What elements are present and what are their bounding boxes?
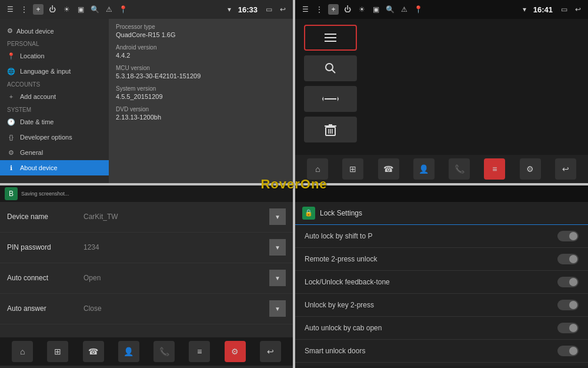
- more-icon-q2[interactable]: ⋮: [314, 4, 325, 15]
- menu-icon-q2[interactable]: ☰: [300, 4, 310, 15]
- menu-icon[interactable]: ☰: [5, 4, 15, 15]
- lock-status-bar: [295, 185, 588, 202]
- plus-icon[interactable]: +: [33, 4, 44, 15]
- grid-bottom-btn[interactable]: ⊞: [342, 158, 363, 180]
- svg-rect-1: [325, 37, 336, 38]
- general-label: General: [20, 149, 43, 156]
- developer-label: Developer options: [20, 134, 72, 141]
- pin-dropdown[interactable]: ▼: [269, 239, 286, 256]
- location-sidebar-icon: 📍: [7, 52, 15, 60]
- svg-point-3: [326, 64, 333, 71]
- cabopen-label: Auto unlock by cab open: [305, 324, 382, 332]
- power-icon-q2[interactable]: ⏻: [342, 4, 353, 15]
- call-bottom-btn[interactable]: 📞: [449, 158, 470, 180]
- key2press-toggle[interactable]: [557, 300, 579, 310]
- bt-row-pin: PIN password 1234 ▼: [0, 233, 293, 263]
- svg-line-4: [332, 70, 336, 74]
- location-label: Location: [20, 52, 45, 59]
- notes-btn-q3[interactable]: ≡: [189, 341, 210, 362]
- topbar-q1: ☰ ⋮ + ⏻ ☀ ▣ 🔍 ⚠ 📍 ▾ 16:33 ▭ ↩: [0, 0, 293, 19]
- plus-icon-q2[interactable]: +: [328, 4, 339, 15]
- svg-rect-0: [325, 34, 336, 35]
- menu-content: ⌂ ⊞ ☎ 👤 📞 ≡ ⚙ ↩: [295, 19, 588, 183]
- back-icon-q2[interactable]: ↩: [573, 4, 583, 15]
- autoanswer-dropdown[interactable]: ▼: [269, 300, 286, 317]
- accounts-section-label: ACCOUNTS: [0, 79, 109, 89]
- about-label: About device: [20, 164, 58, 171]
- sidebar-item-developer[interactable]: {} Developer options: [0, 130, 109, 145]
- contacts-btn-q3[interactable]: 👤: [118, 341, 139, 362]
- power-icon[interactable]: ⏻: [47, 4, 58, 15]
- warning-icon-q2: ⚠: [399, 4, 409, 15]
- clock-sidebar-icon: 🕐: [7, 118, 15, 126]
- datetime-label: Date & time: [20, 118, 54, 125]
- lock-content: 🔒 Lock Settings Auto lock by shift to P …: [295, 202, 588, 366]
- remote-toggle[interactable]: [557, 254, 579, 264]
- more-icon[interactable]: ⋮: [19, 4, 29, 15]
- dvd-value: 2.13.13-1200bh: [116, 114, 286, 121]
- android-value: 4.4.2: [116, 52, 286, 59]
- home-bottom-btn[interactable]: ⌂: [307, 158, 328, 180]
- phone-btn-q3[interactable]: ☎: [83, 341, 104, 362]
- back-bottom-btn[interactable]: ↩: [555, 158, 576, 180]
- sidebar-item-add-account[interactable]: + Add account: [0, 89, 109, 104]
- device-name-label: Device name: [7, 213, 83, 221]
- phone-bottom-btn[interactable]: ☎: [378, 158, 399, 180]
- clock-display-q1: 16:33: [238, 5, 258, 14]
- sidebar-item-language[interactable]: 🌐 Language & input: [0, 64, 109, 79]
- autoconnect-dropdown[interactable]: ▼: [269, 270, 286, 286]
- sidebar-item-about[interactable]: ℹ About device: [0, 160, 109, 175]
- mcu-label: MCU version: [116, 65, 286, 71]
- saving-text: Saving screenshot...: [21, 191, 69, 197]
- settings-btn-q3[interactable]: ⚙: [225, 341, 246, 362]
- bt-status-icon: B: [5, 187, 18, 200]
- lock-row-remote: Remote 2-press unlock: [295, 248, 588, 271]
- system-label: System version: [116, 85, 286, 92]
- warning-icon: ⚠: [103, 4, 114, 15]
- search-icon-q1[interactable]: 🔍: [89, 4, 100, 15]
- device-name-dropdown[interactable]: ▼: [269, 208, 286, 225]
- notes-bottom-btn[interactable]: ≡: [484, 158, 505, 180]
- back-icon-tb[interactable]: ↩: [278, 4, 288, 15]
- autolock-toggle[interactable]: [557, 231, 579, 241]
- grid-btn-q3[interactable]: ⊞: [47, 341, 68, 362]
- sidebar-item-location[interactable]: 📍 Location: [0, 48, 109, 64]
- arrows-menu-button[interactable]: [304, 86, 357, 112]
- info-processor: Processor type QuadCore-R15 1.6G: [116, 24, 286, 38]
- pin-label: PIN password: [7, 243, 83, 251]
- search-icon-q2[interactable]: 🔍: [385, 4, 395, 15]
- feedback-toggle[interactable]: [557, 277, 579, 287]
- brightness-icon-q2[interactable]: ☀: [356, 4, 367, 15]
- settings-bottom-btn[interactable]: ⚙: [520, 158, 541, 180]
- about-sidebar-icon: ℹ: [7, 164, 15, 172]
- smartdoors-toggle[interactable]: [557, 346, 579, 356]
- topbar-q2: ☰ ⋮ + ⏻ ☀ ▣ 🔍 ⚠ 📍 ▾ 16:41 ▭ ↩: [295, 0, 588, 19]
- settings-sidebar: ⚙ About device PERSONAL 📍 Location 🌐 Lan…: [0, 19, 109, 183]
- contacts-bottom-btn[interactable]: 👤: [413, 158, 435, 180]
- home-btn-q3[interactable]: ⌂: [12, 341, 33, 362]
- screenshot-icon-q2[interactable]: ▣: [370, 4, 381, 15]
- list-menu-button[interactable]: [304, 25, 357, 51]
- bt-content: Device name CarKit_TW ▼ PIN password 123…: [0, 202, 293, 366]
- brightness-icon[interactable]: ☀: [61, 4, 72, 15]
- lock-settings-rows: Auto lock by shift to P Remote 2-press u…: [295, 225, 588, 366]
- location-icon-q2: 📍: [413, 4, 423, 15]
- sidebar-item-datetime[interactable]: 🕐 Date & time: [0, 114, 109, 130]
- device-header-icon: ⚙: [7, 27, 13, 35]
- call-btn-q3[interactable]: 📞: [153, 341, 175, 362]
- back-btn-q3[interactable]: ↩: [260, 341, 281, 362]
- autolock-label: Auto lock by shift to P: [305, 232, 372, 240]
- lock-row-feedback: Lock/Unlock feedback-tone: [295, 271, 588, 294]
- lock-row-smartdoors: Smart unlock doors: [295, 340, 588, 363]
- dev-sidebar-icon: {}: [7, 133, 15, 141]
- quadrant-menu: ☰ ⋮ + ⏻ ☀ ▣ 🔍 ⚠ 📍 ▾ 16:41 ▭ ↩: [295, 0, 588, 183]
- screenshot-icon[interactable]: ▣: [75, 4, 86, 15]
- trash-menu-button[interactable]: [304, 117, 357, 142]
- info-system: System version 4.5.5_20151209: [116, 85, 286, 100]
- cabopen-toggle[interactable]: [557, 323, 579, 333]
- lock-settings-title: Lock Settings: [320, 209, 362, 217]
- android-label: Android version: [116, 44, 286, 51]
- search-menu-button[interactable]: [304, 55, 357, 81]
- menu-buttons-area: [295, 19, 588, 155]
- sidebar-item-general[interactable]: ⚙ General: [0, 145, 109, 160]
